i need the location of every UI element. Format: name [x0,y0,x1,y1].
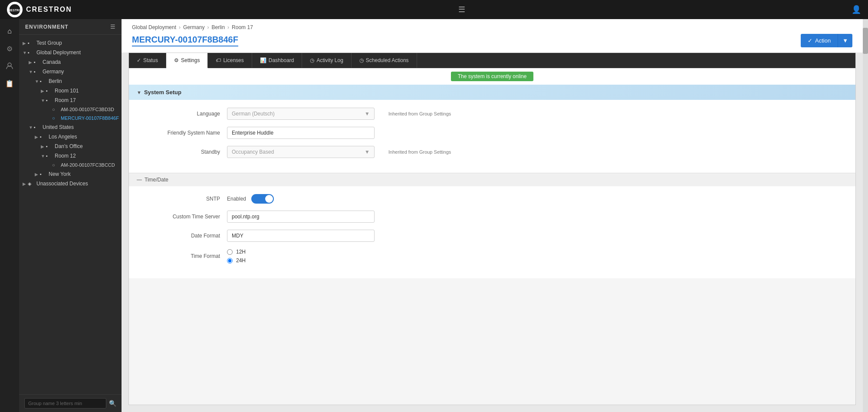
time-format-12h-radio[interactable] [227,249,233,255]
title-row: MERCURY-00107F8B846F ✓ Action ▼ [132,34,852,53]
sidebar-item-room-17[interactable]: ▼ ▪ Room 17 [19,96,122,105]
standby-label: Standby [142,149,220,155]
logo-text: CRESTRON [26,6,72,13]
settings-tab-icon: ⚙ [174,57,179,63]
reports-icon[interactable]: 📋 [2,76,17,91]
breadcrumb-germany[interactable]: Germany [183,24,204,30]
hamburger-icon[interactable]: ☰ [458,5,465,14]
status-tab-icon: ✓ [137,57,141,63]
friendly-name-label: Friendly System Name [142,130,220,136]
sidebar-title: ENVIRONMENT [25,24,69,30]
date-format-control: MDY DMY YMD [227,230,375,242]
system-setup-section-header[interactable]: ▼ System Setup [129,85,855,100]
settings-panel: ✓ Status ⚙ Settings 🏷 Licenses 📊 Dashboa… [128,53,856,405]
tab-status[interactable]: ✓ Status [129,53,166,68]
sidebar: ⌂ ⚙ 📋 ENVIRONMENT ☰ ▶ ▪ Test Gr [0,19,122,412]
language-row: Language German (Deutsch) ▼ Inherited fr… [142,108,842,120]
sidebar-item-mercury-device[interactable]: ○ MERCURY-00107F8B846F [19,114,122,122]
time-format-24h-option[interactable]: 24H [227,257,246,264]
sidebar-item-global-deployment[interactable]: ▼ ▪ Global Deployment [19,48,122,57]
action-button[interactable]: ✓ Action [801,34,838,47]
logo-icon: CRESTRON [7,2,23,17]
sidebar-item-am200-device-2[interactable]: ○ AM-200-00107FC3BCCD [19,161,122,169]
sidebar-tree: ▶ ▪ Test Group ▼ ▪ Global Deployment ▶ ▪… [19,35,122,394]
scheduled-actions-tab-icon: ◷ [359,57,364,63]
friendly-name-input[interactable] [227,127,375,139]
friendly-name-control [227,127,375,139]
language-control: German (Deutsch) ▼ [227,108,375,120]
home-icon[interactable]: ⌂ [2,23,17,39]
right-scrollbar[interactable] [863,19,868,412]
standby-select[interactable]: Occupancy Based ▼ [227,146,375,158]
breadcrumb-berlin[interactable]: Berlin [211,24,225,30]
sntp-toggle[interactable] [251,194,274,204]
tab-scheduled-actions[interactable]: ◷ Scheduled Actions [352,53,417,68]
time-format-12h-label: 12H [236,249,246,255]
standby-dropdown-icon: ▼ [365,149,370,155]
licenses-tab-icon: 🏷 [216,57,221,63]
time-format-24h-label: 24H [236,257,246,264]
time-date-section-header[interactable]: — Time/Date [129,173,855,186]
custom-time-server-row: Custom Time Server [142,211,842,223]
online-status-badge: The system is currently online [451,72,534,81]
dashboard-tab-icon: 📊 [260,57,266,63]
sidebar-item-test-group[interactable]: ▶ ▪ Test Group [19,38,122,48]
custom-time-server-control [227,211,375,223]
time-format-row: Time Format 12H 24H [142,249,842,264]
sidebar-menu-icon[interactable]: ☰ [110,23,115,30]
user-icon[interactable]: 👤 [852,5,861,14]
sidebar-item-los-angeles[interactable]: ▶ ▪ Los Angeles [19,132,122,142]
standby-value: Occupancy Based [232,149,274,155]
breadcrumb-room17[interactable]: Room 17 [232,24,253,30]
breadcrumb: Global Deployment › Germany › Berlin › R… [132,24,852,30]
sidebar-item-canada[interactable]: ▶ ▪ Canada [19,57,122,67]
time-date-collapse-icon: — [137,177,142,183]
tab-dashboard[interactable]: 📊 Dashboard [252,53,302,68]
sidebar-item-room-12[interactable]: ▼ ▪ Room 12 [19,151,122,161]
custom-time-server-input[interactable] [227,211,375,223]
users-icon[interactable] [2,58,17,74]
sidebar-item-new-york[interactable]: ▶ ▪ New York [19,169,122,179]
sidebar-item-am200-device[interactable]: ○ AM-200-00107FC3BD3D [19,105,122,114]
status-bar: The system is currently online [129,68,855,85]
tab-activity-log[interactable]: ◷ Activity Log [302,53,351,68]
sidebar-item-berlin[interactable]: ▼ ▪ Berlin [19,76,122,86]
time-format-24h-radio[interactable] [227,258,233,264]
svg-text:CRESTRON: CRESTRON [9,9,21,12]
sidebar-search-area: 🔍 [19,394,122,412]
sidebar-item-unassociated-devices[interactable]: ▶ ◈ Unassociated Devices [19,179,122,188]
time-format-radio-group: 12H 24H [227,249,246,264]
breadcrumb-global-deployment[interactable]: Global Deployment [132,24,176,30]
sidebar-item-room-101[interactable]: ▶ ▪ Room 101 [19,86,122,96]
scrollbar-thumb [863,28,868,54]
topbar: CRESTRON CRESTRON ☰ 👤 [0,0,868,19]
language-value: German (Deutsch) [232,111,275,117]
tab-licenses[interactable]: 🏷 Licenses [208,53,252,68]
tab-settings[interactable]: ⚙ Settings [166,53,208,68]
search-button[interactable]: 🔍 [109,400,116,407]
action-button-group: ✓ Action ▼ [801,34,852,47]
time-format-12h-option[interactable]: 12H [227,249,246,255]
date-format-row: Date Format MDY DMY YMD [142,230,842,242]
sidebar-item-dans-office[interactable]: ▶ ▪ Dan's Office [19,142,122,151]
date-format-select[interactable]: MDY DMY YMD [227,230,375,242]
toggle-knob [265,195,273,203]
sntp-toggle-area: Enabled [227,194,274,204]
arrow-icon: ▶ [23,41,28,46]
system-setup-form: Language German (Deutsch) ▼ Inherited fr… [129,100,855,173]
sidebar-item-germany[interactable]: ▼ ▪ Germany [19,67,122,76]
group-search-input[interactable] [24,398,106,409]
sntp-row: SNTP Enabled [142,194,842,204]
date-format-label: Date Format [142,233,220,239]
language-select[interactable]: German (Deutsch) ▼ [227,108,375,120]
checkmark-icon: ✓ [808,37,812,44]
language-dropdown-icon: ▼ [365,111,370,117]
time-format-label: Time Format [142,253,220,259]
sidebar-item-united-states[interactable]: ▼ ▪ United States [19,122,122,132]
action-dropdown-button[interactable]: ▼ [838,34,852,47]
activity-log-tab-icon: ◷ [310,57,314,63]
sidebar-tree-panel: ENVIRONMENT ☰ ▶ ▪ Test Group ▼ ▪ Global … [19,19,122,412]
panel-body: ▼ System Setup Language German (Deutsch)… [129,85,855,405]
settings-icon[interactable]: ⚙ [2,41,17,56]
sntp-label: SNTP [142,196,220,202]
